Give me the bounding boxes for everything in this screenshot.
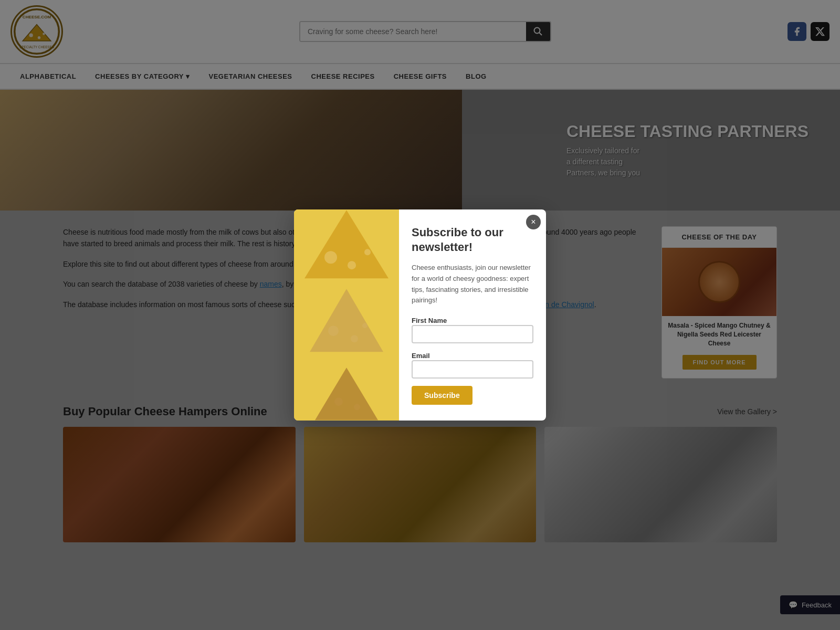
svg-point-15 xyxy=(328,326,339,336)
svg-point-19 xyxy=(334,397,343,406)
svg-point-16 xyxy=(351,335,358,342)
first-name-input[interactable] xyxy=(412,325,533,343)
subscribe-modal: × Subscribe to our newsletter! Cheese en… xyxy=(294,209,546,421)
svg-point-12 xyxy=(348,261,356,269)
svg-point-20 xyxy=(354,404,360,410)
email-input[interactable] xyxy=(412,360,533,379)
svg-point-17 xyxy=(362,323,368,328)
modal-description: Cheese enthusiasts, join our newsletter … xyxy=(412,262,533,306)
subscribe-button[interactable]: Subscribe xyxy=(412,386,472,405)
modal-form-panel: × Subscribe to our newsletter! Cheese en… xyxy=(399,209,546,421)
modal-close-button[interactable]: × xyxy=(526,215,541,229)
first-name-label: First Name xyxy=(412,317,447,324)
svg-point-13 xyxy=(364,249,371,255)
modal-cheese-image xyxy=(294,209,399,421)
modal-overlay[interactable]: × Subscribe to our newsletter! Cheese en… xyxy=(0,0,840,630)
modal-title: Subscribe to our newsletter! xyxy=(412,225,533,255)
svg-point-11 xyxy=(324,251,337,264)
email-label: Email xyxy=(412,352,430,360)
